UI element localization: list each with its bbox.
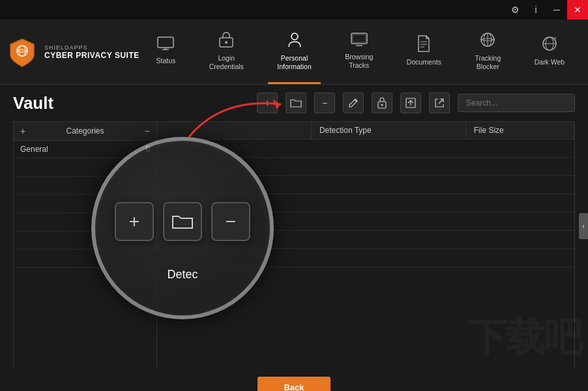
category-name: General [20,145,48,154]
category-remove-button[interactable]: − [145,126,150,136]
info-button[interactable]: i [525,0,546,20]
login-nav-label: Login Credentials [209,54,244,70]
col-detection-type: Detection Type [312,122,466,139]
side-expand-button[interactable]: ‹ [579,213,588,239]
svg-rect-6 [351,33,367,44]
nav-item-login[interactable]: Login Credentials [200,20,253,84]
categories-label: Categories [66,126,104,136]
external-toolbar-button[interactable] [429,93,450,113]
documents-nav-label: Documents [407,58,441,66]
logo-area: ShieldApps Cyber Privacy Suite [7,36,140,68]
svg-rect-7 [353,35,366,42]
table-area: + Categories − General 0 [0,121,588,368]
status-nav-label: Status [156,57,175,65]
brand-product: Cyber Privacy Suite [44,51,140,60]
nav-item-status[interactable]: Status [147,20,184,84]
tracking-nav-label: Tracking Blocker [475,54,501,70]
lock-toolbar-button[interactable] [372,93,392,113]
vault-header: Vault + − [0,85,588,121]
nav-item-tracking[interactable]: Tracking Blocker [465,20,510,84]
svg-text:?: ? [553,36,557,42]
magnifier-add-button[interactable]: + [115,202,154,241]
logo-text: ShieldApps Cyber Privacy Suite [44,44,140,60]
window-controls: ⚙ i ─ ✕ [505,0,588,20]
nav-item-browsing[interactable]: Browsing Tracks [336,20,382,84]
svg-point-4 [225,41,228,44]
search-input[interactable] [458,94,575,112]
nav-item-personal[interactable]: Personal Information [268,20,321,84]
magnifier-remove-button[interactable]: − [211,202,250,241]
tracking-nav-icon [478,31,497,51]
close-button[interactable]: ✕ [567,0,588,20]
nav-bar: Status Login Credentials Personal Infor [140,20,581,84]
edit-toolbar-button[interactable] [343,93,364,113]
status-nav-icon [157,36,174,53]
svg-point-5 [291,33,298,40]
nav-item-documents[interactable]: Documents [398,20,450,84]
svg-point-19 [381,104,383,106]
data-table-header: Detection Type File Size [157,122,574,139]
title-bar: ⚙ i ─ ✕ [0,0,588,20]
app-header: ShieldApps Cyber Privacy Suite Status [0,20,588,85]
folder-toolbar-button[interactable] [286,93,306,113]
magnifier-folder-button[interactable] [163,202,202,241]
svg-rect-2 [158,37,173,48]
svg-line-22 [439,99,443,104]
main-content: 下载吧 Vault + − [0,85,588,368]
login-nav-icon [218,31,234,51]
category-add-button[interactable]: + [20,126,25,136]
personal-nav-label: Personal Information [277,54,312,70]
browsing-nav-icon [351,33,368,50]
nav-item-darkweb[interactable]: ? Dark Web [525,20,574,84]
documents-nav-icon [417,35,431,55]
back-button-area: Back [0,368,588,391]
col-file-size: File Size [466,122,574,139]
back-button[interactable]: Back [257,377,330,391]
brand-name: ShieldApps [44,44,140,51]
minimize-button[interactable]: ─ [546,0,567,20]
logo-shield-icon [7,36,38,68]
magnifier-overlay: + − Detec [91,137,274,319]
detect-text: Detec [167,268,198,282]
export-toolbar-button[interactable] [400,93,421,113]
settings-button[interactable]: ⚙ [505,0,525,20]
personal-nav-icon [287,31,302,51]
browsing-nav-label: Browsing Tracks [345,53,373,69]
darkweb-nav-icon: ? [540,35,559,55]
vault-title: Vault [13,93,53,113]
remove-toolbar-button[interactable]: − [314,93,335,113]
categories-header: + Categories − [14,122,156,141]
add-toolbar-button[interactable]: + [257,93,278,113]
darkweb-nav-label: Dark Web [535,58,565,66]
magnifier-buttons: + − [115,202,250,241]
